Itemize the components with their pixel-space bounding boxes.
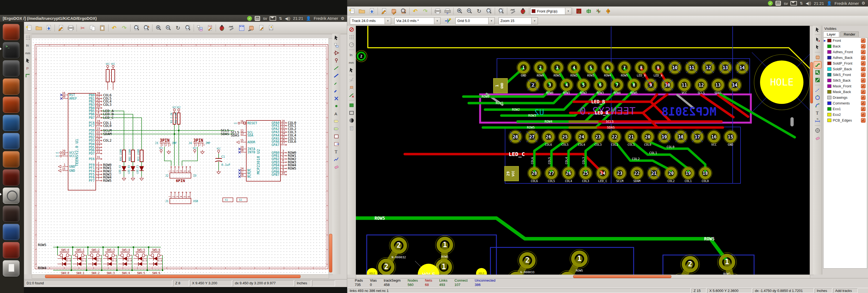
cursor-toggle[interactable]	[24, 57, 31, 64]
back-button[interactable]: BACK	[266, 24, 275, 32]
skype-icon[interactable]: ✓	[247, 16, 252, 21]
open-button[interactable]	[357, 7, 367, 15]
track-tool[interactable]	[814, 62, 821, 68]
delete-tool[interactable]	[333, 164, 340, 170]
netlist-button[interactable]: .net	[227, 24, 236, 32]
layer-row-Eco1[interactable]: Eco1✓	[824, 106, 867, 112]
hierarchy-button[interactable]	[195, 24, 205, 32]
username[interactable]: Fredrik Atmer	[835, 1, 859, 6]
pcb-canvas[interactable]: 1GND2ROW03ROW14ROW25ROW36ROW47ROW58LED_B…	[356, 26, 810, 274]
layer-visible-checkbox[interactable]: ✓	[861, 84, 866, 88]
zone-tool[interactable]	[814, 77, 821, 83]
label-tool[interactable]: A	[333, 110, 340, 117]
outline-mode-toggle[interactable]	[348, 110, 355, 116]
cut-button[interactable]: ✂	[78, 24, 87, 32]
netlist-button[interactable]: .net	[508, 7, 518, 15]
autoroute-button[interactable]	[603, 7, 613, 15]
layer-row-PCB_Edges[interactable]: PCB_Edges✓	[824, 117, 867, 123]
launcher-item-calculator[interactable]	[3, 60, 20, 77]
save-button[interactable]	[367, 7, 376, 15]
layer-visible-checkbox[interactable]: ✓	[861, 101, 866, 106]
module-editor-button[interactable]	[389, 7, 398, 15]
polyline-tool[interactable]	[333, 156, 340, 163]
launcher-item-dash-home[interactable]	[3, 24, 20, 40]
launcher-item-chat[interactable]	[3, 115, 20, 131]
layer-visible-checkbox[interactable]: ✓	[861, 90, 866, 94]
dashed-line-tool[interactable]	[814, 87, 821, 93]
sheet-pin-tool[interactable]	[333, 141, 340, 147]
print-button[interactable]	[66, 24, 75, 32]
find-button[interactable]	[496, 7, 506, 15]
sheet-settings-button[interactable]	[56, 24, 65, 32]
autodel-track-toggle[interactable]	[348, 92, 355, 98]
layer-select[interactable]: Front (PgUp)▼	[530, 8, 571, 14]
find-button[interactable]	[132, 24, 141, 32]
layer-row-SilkS_Front[interactable]: SilkS_Front✓	[824, 72, 867, 78]
global-label-tool[interactable]	[333, 118, 340, 124]
launcher-item-package[interactable]	[3, 169, 20, 185]
plot-button[interactable]: P	[443, 7, 452, 15]
zoom-in-button[interactable]	[154, 24, 163, 32]
paste-button[interactable]	[98, 24, 107, 32]
launcher-item-files[interactable]	[3, 79, 20, 95]
layer-visible-checkbox[interactable]: ✓	[861, 38, 866, 43]
cursor-tool[interactable]	[333, 34, 340, 41]
polar-toggle[interactable]	[348, 41, 355, 48]
layer-visible-checkbox[interactable]: ✓	[861, 61, 866, 66]
undo-button[interactable]: ↶	[110, 24, 119, 32]
layer-visible-checkbox[interactable]: ✓	[861, 50, 866, 54]
keyboard-icon[interactable]	[255, 16, 260, 21]
tab-render[interactable]: Render	[840, 31, 859, 37]
copy-button[interactable]	[88, 24, 97, 32]
layer-row-Back[interactable]: Back✓	[824, 43, 867, 49]
fast-mode-button[interactable]: U	[574, 7, 584, 15]
redo-button[interactable]: ↷	[120, 24, 129, 32]
erc-button[interactable]: ✓	[217, 24, 226, 32]
library-browser-button[interactable]	[399, 7, 408, 15]
open-button[interactable]	[34, 24, 43, 32]
layer-visible-checkbox[interactable]: ✓	[861, 107, 866, 111]
track-width-select[interactable]: Track 24.0 mils▼	[350, 17, 391, 24]
hv-orient-toggle[interactable]	[24, 72, 31, 79]
junction-tool[interactable]	[333, 103, 340, 109]
layer-row-Mask_Back[interactable]: Mask_Back✓	[824, 89, 867, 95]
session-gear-icon[interactable]: ⚙	[341, 16, 344, 21]
page-settings-button[interactable]	[379, 7, 389, 15]
layer-visible-checkbox[interactable]: ✓	[861, 112, 866, 117]
layer-visible-checkbox[interactable]: ✓	[861, 78, 866, 83]
annotate-button[interactable]: 7402	[205, 24, 214, 32]
no-connect-tool[interactable]	[333, 95, 340, 102]
layer-row-Adhes_Back[interactable]: Adhes_Back✓	[824, 55, 867, 60]
highlight-net-tool[interactable]	[814, 36, 821, 43]
auto-track-width-icon[interactable]	[443, 17, 453, 25]
layer-row-Eco2[interactable]: Eco2✓	[824, 112, 867, 117]
module-mode-button[interactable]	[584, 7, 593, 15]
layer-visible-checkbox[interactable]: ✓	[861, 95, 866, 100]
save-button[interactable]	[44, 24, 53, 32]
eeschema-hscrollbar[interactable]	[32, 274, 329, 279]
launcher-item-ubuntu-one[interactable]	[3, 151, 20, 167]
launcher-item-reader[interactable]	[3, 242, 20, 258]
username[interactable]: Fredrik Atmer	[314, 16, 338, 21]
drc-button[interactable]: ✓	[518, 7, 528, 15]
mail-icon[interactable]	[790, 1, 797, 5]
dimension-tool[interactable]: N	[814, 117, 821, 124]
cursor-tool[interactable]	[814, 26, 821, 33]
layer-visible-checkbox[interactable]: ✓	[861, 118, 866, 123]
layer-row-SoldP_Back[interactable]: SoldP_Back✓	[824, 66, 867, 72]
contrast-mode-toggle[interactable]	[348, 117, 355, 124]
redo-button[interactable]: ↷	[421, 7, 430, 15]
tab-layer[interactable]: Layer	[823, 31, 839, 37]
layer-visible-checkbox[interactable]: ✓	[861, 72, 866, 77]
volume-icon[interactable]: ◀))	[806, 1, 811, 5]
target-tool[interactable]	[814, 127, 821, 134]
text-tool[interactable]: T	[333, 148, 340, 155]
units-inch-toggle[interactable]: In	[348, 52, 355, 58]
launcher-item-writer[interactable]	[3, 224, 20, 240]
bus-tool[interactable]	[333, 72, 340, 79]
circle-tool[interactable]	[814, 94, 821, 101]
zones-toggle[interactable]	[348, 102, 355, 109]
find-replace-button[interactable]	[142, 24, 151, 32]
edit-button[interactable]	[256, 24, 266, 32]
local-ratsnest-tool[interactable]	[814, 44, 821, 51]
